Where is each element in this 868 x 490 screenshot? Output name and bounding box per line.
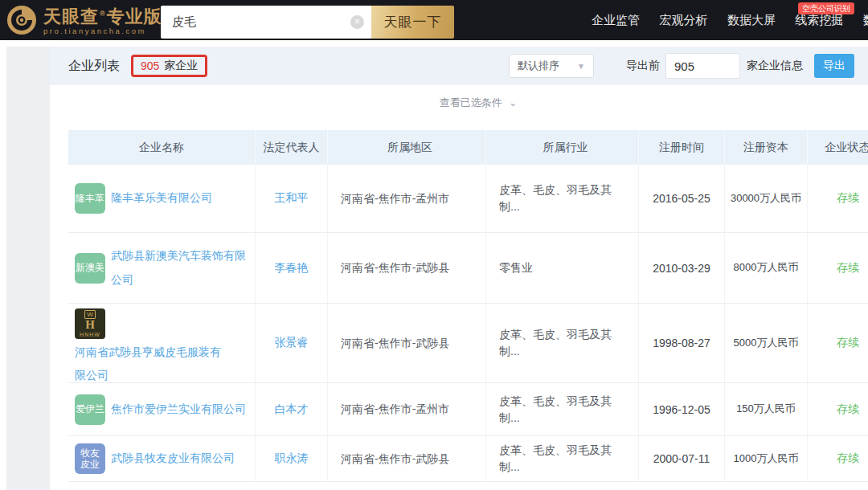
company-count: 905 [141,59,159,72]
company-logo: WHHNHW [75,308,105,339]
searchbar: × 天眼一下 [161,6,454,39]
status-cell: 存续 [808,165,868,232]
chevron-down-icon: ⌄ [509,97,517,108]
company-logo: 隆丰革 [75,183,105,214]
legal-rep-cell: 职永涛 [256,436,328,481]
legal-rep-cell: 王和平 [256,165,328,232]
company-name-link[interactable]: 隆丰革乐美有限公司 [111,186,212,210]
company-logo: 爱伊兰 [75,394,105,425]
company-name-link[interactable]: 武陟县牧友皮业有限公司 [111,447,235,470]
company-logo: 新澳美 [75,253,105,284]
industry-cell: 皮革、毛皮、羽毛及其制... [486,304,639,382]
table-row: 爱伊兰 焦作市爱伊兰实业有限公司 白本才 河南省-焦作市-孟州市 皮革、毛皮、羽… [68,383,868,436]
left-gutter [6,47,50,490]
header-industry: 所属行业 [486,130,639,165]
region-cell: 河南省-焦作市-孟州市 [328,165,486,232]
table-row: 隆丰革 隆丰革乐美有限公司 王和平 河南省-焦作市-孟州市 皮革、毛皮、羽毛及其… [68,165,868,233]
export-suffix-label: 家企业信息 [747,59,803,73]
export-count-input[interactable] [665,53,740,79]
company-name-link[interactable]: 武陟县新澳美汽车装饰有限公司 [111,244,250,292]
page-title: 企业列表 [68,58,120,75]
legal-rep-cell: 李春艳 [256,233,328,303]
company-name-cell: WHHNHW 河南省武陟县亨威皮毛服装有限公司 [68,304,256,382]
status-cell: 存续 [808,233,868,303]
shell-company-badge[interactable]: 空壳公司识别 [798,2,854,14]
status-badge: 存续 [837,261,859,276]
top-navbar: 天眼查®专业版 pro.tianyancha.com × 天眼一下 企业监管 宏… [0,0,868,40]
nav-item-data-dimension[interactable]: 数据维 [863,0,868,40]
logo-registered-mark: ® [100,10,106,18]
industry-cell: 皮革、毛皮、羽毛及其制... [486,165,639,232]
industry-cell: 零售业 [486,233,639,303]
filter-toggle-label: 查看已选条件 [440,96,502,108]
clear-search-icon[interactable]: × [350,15,364,29]
table-row: WHHNHW 河南省武陟县亨威皮毛服装有限公司 张景睿 河南省-焦作市-武陟县 … [68,304,868,383]
company-name-link[interactable]: 河南省武陟县亨威皮毛服装有限公司 [75,341,229,382]
reg-capital-cell: 8000万人民币 [725,233,808,303]
reg-date-cell: 1996-12-05 [639,383,725,435]
legal-rep-link[interactable]: 职永涛 [275,451,309,466]
header-legal-rep: 法定代表人 [256,130,328,165]
company-count-suffix: 家企业 [164,59,198,73]
reg-date-cell: 2010-03-29 [639,233,725,303]
nav-item-macro-analysis[interactable]: 宏观分析 [659,0,707,40]
tianyancha-logo-icon [6,5,37,35]
header-company-name: 企业名称 [68,130,256,165]
export-button[interactable]: 导出 [814,54,854,78]
legal-rep-cell: 白本才 [256,383,328,435]
industry-cell: 皮革、毛皮、羽毛及其制... [486,383,639,435]
search-input[interactable] [161,6,371,39]
tianyancha-logo[interactable]: 天眼查®专业版 pro.tianyancha.com [6,4,162,36]
header-region: 所属地区 [328,130,486,165]
header-reg-date: 注册时间 [639,130,725,165]
company-name-cell: 爱伊兰 焦作市爱伊兰实业有限公司 [68,383,256,435]
reg-capital-cell: 5000万人民币 [725,304,808,382]
table-header: 企业名称 法定代表人 所属地区 所属行业 注册时间 注册资本 企业状态 [68,130,868,165]
list-toolbar: 企业列表 905 家企业 默认排序 ▼ 导出前 家企业信息 导出 [50,47,868,85]
logo-suffix: 专业版 [107,6,162,27]
legal-rep-link[interactable]: 李春艳 [275,261,309,276]
filter-toggle[interactable]: 查看已选条件 ⌄ [68,96,868,110]
region-cell: 河南省-焦作市-孟州市 [328,383,486,435]
industry-cell: 皮革、毛皮、羽毛及其制... [486,436,639,481]
page: 天眼查®专业版 pro.tianyancha.com × 天眼一下 企业监管 宏… [0,0,868,490]
company-logo: 牧友 皮业 [75,443,105,474]
table-row: 牧友 皮业 武陟县牧友皮业有限公司 职永涛 河南省-焦作市-武陟县 皮革、毛皮、… [68,436,868,482]
nav-item-data-screen[interactable]: 数据大屏 [727,0,776,40]
legal-rep-link[interactable]: 张景睿 [275,336,309,350]
reg-capital-cell: 1000万人民币 [725,436,808,481]
reg-date-cell: 2000-07-11 [639,436,725,481]
status-badge: 存续 [837,451,859,466]
region-cell: 河南省-焦作市-武陟县 [328,436,486,481]
status-badge: 存续 [837,336,859,350]
company-table: 企业名称 法定代表人 所属地区 所属行业 注册时间 注册资本 企业状态 隆丰革 … [68,130,868,482]
legal-rep-link[interactable]: 王和平 [275,191,309,206]
region-cell: 河南省-焦作市-武陟县 [328,233,486,303]
sort-dropdown-value: 默认排序 [518,59,559,73]
legal-rep-link[interactable]: 白本才 [275,402,309,417]
status-badge: 存续 [837,191,859,206]
table-row: 新澳美 武陟县新澳美汽车装饰有限公司 李春艳 河南省-焦作市-武陟县 零售业 2… [68,233,868,304]
status-cell: 存续 [808,436,868,481]
logo-domain: pro.tianyancha.com [43,27,162,36]
header-reg-capital: 注册资本 [725,130,808,165]
table-body: 隆丰革 隆丰革乐美有限公司 王和平 河南省-焦作市-孟州市 皮革、毛皮、羽毛及其… [68,165,868,482]
logo-text: 天眼查®专业版 pro.tianyancha.com [43,4,162,36]
count-annotation-box: 905 家企业 [131,55,207,77]
status-cell: 存续 [808,383,868,435]
status-cell: 存续 [808,304,868,382]
reg-date-cell: 1998-08-27 [639,304,725,382]
header-status: 企业状态 [808,130,868,165]
region-cell: 河南省-焦作市-武陟县 [328,304,486,382]
reg-capital-cell: 30000万人民币 [725,165,808,232]
reg-capital-cell: 150万人民币 [725,383,808,435]
company-name-link[interactable]: 焦作市爱伊兰实业有限公司 [111,398,246,421]
caret-down-icon: ▼ [577,62,585,71]
search-button[interactable]: 天眼一下 [371,6,454,39]
company-name-cell: 新澳美 武陟县新澳美汽车装饰有限公司 [68,233,256,303]
nav-item-enterprise-supervision[interactable]: 企业监管 [592,0,640,40]
reg-date-cell: 2016-05-25 [639,165,725,232]
logo-title: 天眼查 [43,6,99,27]
company-name-cell: 隆丰革 隆丰革乐美有限公司 [68,165,256,232]
sort-dropdown[interactable]: 默认排序 ▼ [509,54,594,78]
